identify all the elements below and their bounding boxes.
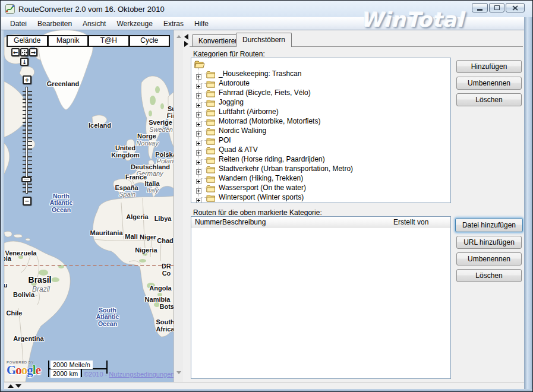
tree-item[interactable]: Fahrrad (Bicycle, Fiets, Vélo) xyxy=(191,88,450,97)
horizontal-splitter[interactable] xyxy=(4,382,524,389)
routes-table-header: Nummer Beschreibung Erstellt von xyxy=(191,217,450,227)
tree-item[interactable]: Jogging xyxy=(191,97,450,107)
expand-plus-icon[interactable] xyxy=(196,166,201,172)
menu-hilfe[interactable]: Hilfe xyxy=(189,18,214,30)
tree-root-item[interactable] xyxy=(194,59,205,69)
column-erstellt-von[interactable]: Erstellt von xyxy=(393,218,428,226)
title-bar[interactable]: RouteConverter 2.0 vom 16. Oktober 2010 xyxy=(1,1,532,17)
scroll-down-icon[interactable] xyxy=(176,371,181,374)
tree-connector xyxy=(201,93,206,93)
loeschen-route-button[interactable]: Löschen xyxy=(456,269,522,282)
tree-connector xyxy=(201,83,206,84)
tree-item[interactable]: Wandern (Hiking, Trekken) xyxy=(191,173,450,183)
routes-label: Routen für die oben markierte Kategorie: xyxy=(193,208,322,217)
tab-durchstoebern[interactable]: Durchstöbern xyxy=(236,33,292,47)
pan-down-button[interactable]: ↓ xyxy=(20,58,29,66)
pan-center-button[interactable] xyxy=(20,48,29,56)
menu-bar: Datei Bearbeiten Ansicht Werkzeuge Extra… xyxy=(1,17,533,30)
pan-right-button[interactable]: → xyxy=(29,48,37,56)
map-canvas[interactable]: GreenlandIcelandSverigeSwedenNorgeNorway… xyxy=(4,30,174,382)
pan-left-button[interactable]: ← xyxy=(11,48,20,56)
minimize-button[interactable] xyxy=(472,3,488,12)
maptype-mapnik-button[interactable]: Mapnik xyxy=(48,35,89,47)
collapse-down-icon[interactable] xyxy=(15,384,21,388)
window-title: RouteConverter 2.0 vom 16. Oktober 2010 xyxy=(18,5,165,14)
tree-item[interactable]: POI xyxy=(191,135,450,145)
open-folder-icon xyxy=(194,60,205,68)
vertical-splitter[interactable] xyxy=(183,30,190,382)
tree-connector xyxy=(201,159,206,160)
datei-hinzufuegen-button[interactable]: Datei hinzufügen xyxy=(455,218,523,232)
expand-plus-icon[interactable] xyxy=(196,119,201,124)
routes-table[interactable]: Nummer Beschreibung Erstellt von xyxy=(191,216,451,379)
expand-plus-icon[interactable] xyxy=(196,195,201,200)
collapse-right-icon[interactable] xyxy=(184,41,188,47)
menu-bearbeiten[interactable]: Bearbeiten xyxy=(32,18,77,30)
tree-item[interactable]: Luftfahrt (Airborne) xyxy=(191,107,450,116)
column-nummer[interactable]: Nummer xyxy=(195,218,222,226)
expand-plus-icon[interactable] xyxy=(196,147,201,153)
window-border-right xyxy=(524,17,533,392)
map-scrollbar[interactable] xyxy=(174,30,183,382)
umbenennen-kategorie-button[interactable]: Umbenennen xyxy=(456,77,522,90)
category-name: Jogging xyxy=(219,98,244,106)
category-name: Wandern (Hiking, Trekken) xyxy=(219,174,303,182)
umbenennen-route-button[interactable]: Umbenennen xyxy=(456,252,522,265)
scroll-up-icon[interactable] xyxy=(176,35,181,38)
tree-item[interactable]: Reiten (Horse riding, Paardrijden) xyxy=(191,154,450,164)
expand-plus-icon[interactable] xyxy=(196,138,201,143)
window-border-bottom xyxy=(1,389,533,392)
maptype-cycle-button[interactable]: Cycle xyxy=(130,35,171,47)
maximize-button[interactable] xyxy=(489,3,504,12)
zoom-out-button[interactable]: − xyxy=(23,197,31,206)
tree-connector xyxy=(201,178,206,179)
expand-plus-icon[interactable] xyxy=(196,71,201,77)
expand-plus-icon[interactable] xyxy=(196,81,201,86)
terms-link[interactable]: Nutzungsbedingungen xyxy=(109,371,174,378)
tree-item[interactable]: Motorrad (Motorbike, Motorfiets) xyxy=(191,116,450,126)
google-logo[interactable]: POWERED BY Google xyxy=(7,361,48,376)
category-name: Wassersport (On the water) xyxy=(219,184,306,192)
expand-plus-icon[interactable] xyxy=(196,100,201,105)
tree-item[interactable]: Quad & ATV xyxy=(191,145,450,154)
menu-ansicht[interactable]: Ansicht xyxy=(77,18,111,30)
tree-connector xyxy=(201,102,206,103)
collapse-up-icon[interactable] xyxy=(8,384,14,388)
zoom-in-button[interactable]: + xyxy=(23,75,31,84)
menu-datei[interactable]: Datei xyxy=(5,18,32,30)
tree-item[interactable]: Nordic Walking xyxy=(191,126,450,135)
tree-connector xyxy=(201,121,206,122)
tree-connector xyxy=(201,140,206,141)
maptype-tah-button[interactable]: T@H xyxy=(89,35,130,47)
zoom-slider-handle[interactable] xyxy=(21,177,31,182)
maximize-icon xyxy=(494,5,500,10)
hinzufuegen-button[interactable]: Hinzufügen xyxy=(456,60,522,73)
menu-extras[interactable]: Extras xyxy=(158,18,189,30)
category-tree[interactable]: _Housekeeping: TrashcanAutorouteFahrrad … xyxy=(191,58,451,203)
tree-connector xyxy=(201,197,206,198)
folder-icon xyxy=(206,127,216,135)
expand-plus-icon[interactable] xyxy=(196,176,201,181)
maptype-gelaende-button[interactable]: Gelände xyxy=(7,35,48,47)
folder-icon xyxy=(206,89,216,97)
tree-item[interactable]: Wintersport (Winter sports) xyxy=(191,192,450,202)
menu-werkzeuge[interactable]: Werkzeuge xyxy=(111,18,157,30)
expand-plus-icon[interactable] xyxy=(196,109,201,115)
expand-plus-icon[interactable] xyxy=(196,128,201,134)
column-beschreibung[interactable]: Beschreibung xyxy=(222,218,266,226)
window-border-left xyxy=(1,30,4,389)
tree-item[interactable]: _Housekeeping: Trashcan xyxy=(191,69,450,78)
url-hinzufuegen-button[interactable]: URL hinzufügen xyxy=(456,236,522,249)
expand-plus-icon[interactable] xyxy=(196,90,201,96)
tree-item[interactable]: Autoroute xyxy=(191,78,450,88)
tree-item[interactable]: Stadtverkehr (Urban transportation, Metr… xyxy=(191,164,450,173)
tree-item[interactable]: Wassersport (On the water) xyxy=(191,183,450,192)
expand-plus-icon[interactable] xyxy=(196,185,201,191)
right-panel: Konvertieren Durchstöbern Kategorien für… xyxy=(190,30,524,382)
loeschen-kategorie-button[interactable]: Löschen xyxy=(456,93,522,106)
folder-icon xyxy=(206,99,216,106)
scale-miles-label: 2000 Meile/n xyxy=(51,361,93,369)
collapse-left-icon[interactable] xyxy=(184,34,188,40)
close-button[interactable] xyxy=(506,3,525,12)
expand-plus-icon[interactable] xyxy=(196,157,201,162)
